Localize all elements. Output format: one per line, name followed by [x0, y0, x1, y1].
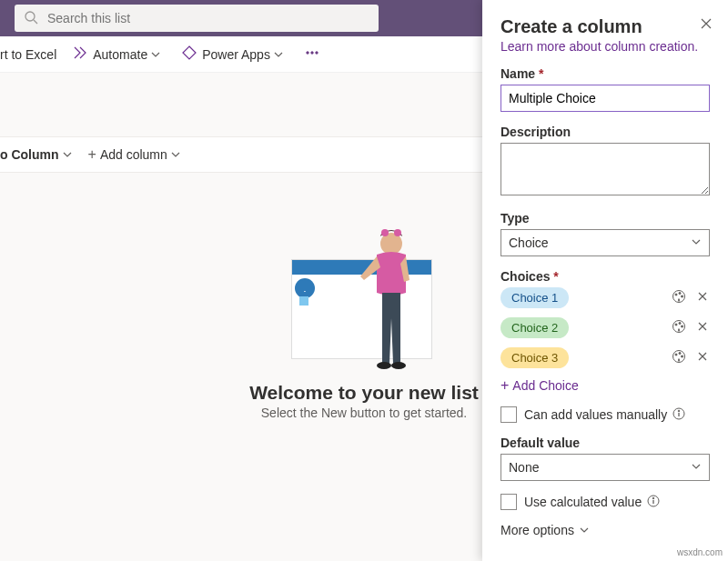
column-label: o Column: [0, 147, 59, 162]
name-label: Name *: [500, 66, 710, 81]
chevron-down-icon: [691, 460, 702, 475]
choice-pill[interactable]: Choice 1: [500, 287, 569, 308]
remove-choice-icon[interactable]: [695, 319, 710, 336]
calculated-value-checkbox[interactable]: Use calculated value: [500, 494, 710, 510]
column-header[interactable]: o Column: [0, 147, 72, 162]
svg-point-15: [675, 324, 677, 326]
flow-icon: [73, 45, 93, 63]
type-label: Type: [500, 211, 710, 225]
more-options-toggle[interactable]: More options: [500, 523, 710, 537]
automate-label: Automate: [93, 47, 147, 62]
svg-point-17: [682, 326, 683, 327]
chevron-down-icon: [691, 235, 702, 250]
calc-label: Use calculated value: [524, 495, 642, 509]
palette-icon[interactable]: [672, 319, 686, 336]
choices-list: Choice 1Choice 2Choice 3: [500, 287, 710, 368]
svg-point-8: [377, 362, 391, 369]
type-select[interactable]: Choice: [500, 229, 710, 256]
manual-label: Can add values manually: [524, 407, 667, 422]
plus-icon: +: [88, 146, 96, 163]
plus-icon: +: [500, 377, 509, 394]
add-choice-button[interactable]: + Add Choice: [500, 377, 710, 394]
search-icon: [24, 10, 46, 27]
svg-point-13: [682, 296, 683, 297]
svg-point-21: [682, 356, 683, 357]
hero-illustration: +: [291, 227, 437, 373]
description-label: Description: [500, 125, 710, 139]
add-choice-label: Add Choice: [512, 378, 578, 393]
more-label: More options: [500, 523, 574, 537]
chevron-down-icon: [274, 47, 288, 62]
info-icon: [667, 407, 685, 423]
chevron-down-icon: [63, 147, 72, 162]
default-value-select[interactable]: None: [500, 454, 710, 481]
info-icon: [642, 495, 660, 510]
search-input[interactable]: [46, 10, 369, 26]
palette-icon[interactable]: [672, 349, 686, 366]
choice-row: Choice 1: [500, 287, 710, 308]
type-value: Choice: [509, 235, 549, 250]
powerapps-label: Power Apps: [202, 47, 270, 62]
chevron-down-icon: [580, 523, 589, 537]
more-commands-button[interactable]: [305, 45, 325, 63]
add-column-button[interactable]: + Add column: [88, 146, 180, 163]
hero-title: Welcome to your new list: [218, 382, 510, 404]
svg-point-2: [307, 52, 308, 54]
svg-point-16: [679, 323, 681, 325]
choice-row: Choice 2: [500, 317, 710, 338]
panel-title: Create a column: [500, 16, 710, 37]
powerapps-icon: [182, 45, 202, 63]
remove-choice-icon[interactable]: [695, 289, 710, 306]
svg-point-12: [679, 293, 681, 295]
choice-pill[interactable]: Choice 2: [500, 317, 569, 338]
svg-point-7: [394, 229, 401, 236]
palette-icon[interactable]: [672, 289, 686, 306]
svg-point-19: [675, 354, 677, 356]
svg-point-24: [678, 410, 680, 412]
svg-point-9: [391, 362, 406, 369]
svg-point-4: [316, 52, 318, 54]
hero: + Welcome to your new list Select the Ne…: [218, 227, 510, 420]
svg-line-1: [34, 20, 37, 24]
svg-point-27: [652, 497, 654, 499]
svg-point-0: [25, 12, 35, 21]
svg-point-3: [311, 52, 313, 54]
chevron-down-icon: [171, 147, 180, 162]
learn-more-link[interactable]: Learn more about column creation.: [500, 39, 710, 54]
excel-label: rt to Excel: [0, 47, 56, 62]
close-button[interactable]: [699, 16, 713, 34]
chevron-down-icon: [151, 47, 166, 62]
checkbox-box: [500, 494, 517, 510]
power-apps-button[interactable]: Power Apps: [182, 45, 288, 63]
description-input[interactable]: [500, 143, 710, 195]
hero-subtitle: Select the New button to get started.: [218, 406, 510, 420]
name-input[interactable]: [500, 85, 710, 112]
svg-point-20: [679, 353, 681, 355]
watermark: wsxdn.com: [677, 547, 723, 557]
choices-label: Choices *: [500, 269, 710, 284]
export-to-excel-button[interactable]: rt to Excel: [0, 47, 56, 62]
default-value-label: Default value: [500, 436, 710, 450]
choice-row: Choice 3: [500, 347, 710, 368]
remove-choice-icon[interactable]: [695, 349, 710, 366]
svg-point-6: [381, 229, 389, 236]
checkbox-box: [500, 406, 517, 423]
add-column-label: Add column: [100, 147, 167, 162]
default-value: None: [509, 460, 539, 475]
create-column-panel: Create a column Learn more about column …: [482, 0, 728, 561]
choice-pill[interactable]: Choice 3: [500, 347, 569, 368]
manual-values-checkbox[interactable]: Can add values manually: [500, 406, 710, 423]
ellipsis-icon: [305, 45, 325, 63]
svg-point-11: [675, 294, 677, 296]
automate-button[interactable]: Automate: [73, 45, 166, 63]
search-box[interactable]: [15, 5, 379, 32]
